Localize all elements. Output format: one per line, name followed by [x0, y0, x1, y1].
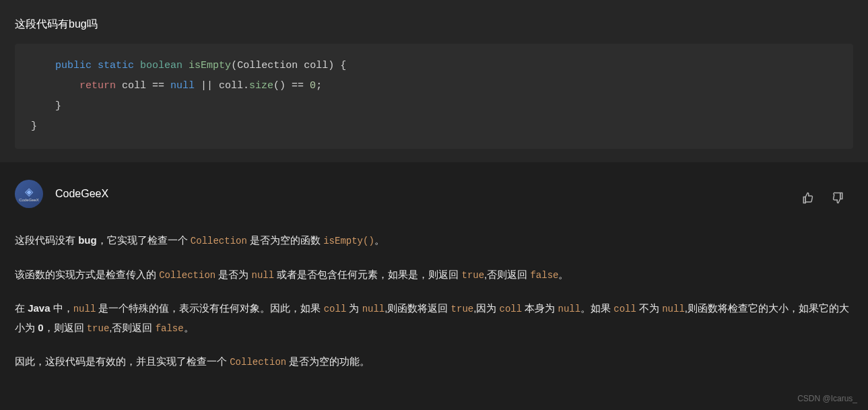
- thumbs-down-icon: [832, 192, 844, 204]
- thumbs-up-icon: [802, 192, 814, 204]
- user-question: 这段代码有bug吗: [15, 18, 853, 32]
- code-line-3: }: [31, 96, 837, 116]
- response-paragraph-1: 这段代码没有 bug，它实现了检查一个 Collection 是否为空的函数 i…: [15, 231, 853, 250]
- thumbs-down-button[interactable]: [829, 189, 846, 207]
- code-line-2: return coll == null || coll.size() == 0;: [31, 76, 837, 96]
- thumbs-up-button[interactable]: [799, 189, 817, 207]
- response-paragraph-3: 在 Java 中，null 是一个特殊的值，表示没有任何对象。因此，如果 col…: [15, 299, 853, 337]
- feedback-buttons: [799, 189, 846, 207]
- user-message-section: 这段代码有bug吗 public static boolean isEmpty(…: [0, 0, 868, 162]
- code-line-1: public static boolean isEmpty(Collection…: [31, 56, 837, 76]
- response-paragraph-4: 因此，这段代码是有效的，并且实现了检查一个 Collection 是否为空的功能…: [15, 352, 853, 372]
- code-block: public static boolean isEmpty(Collection…: [15, 44, 853, 149]
- main-container: 这段代码有bug吗 public static boolean isEmpty(…: [0, 0, 868, 410]
- code-line-4: }: [31, 116, 837, 137]
- avatar-label: CodeGeeX: [19, 198, 39, 202]
- watermark: CSDN @Icarus_: [797, 394, 857, 403]
- avatar: ◈ CodeGeeX: [15, 180, 43, 208]
- assistant-name: CodeGeeX: [55, 188, 108, 200]
- response-header: ◈ CodeGeeX CodeGeeX: [15, 180, 853, 208]
- response-paragraph-2: 该函数的实现方式是检查传入的 Collection 是否为 null 或者是否包…: [15, 265, 853, 285]
- assistant-response-section: ◈ CodeGeeX CodeGeeX 这段代码没有: [0, 162, 868, 410]
- response-content: 这段代码没有 bug，它实现了检查一个 Collection 是否为空的函数 i…: [15, 231, 853, 372]
- avatar-logo-icon: ◈: [25, 186, 33, 197]
